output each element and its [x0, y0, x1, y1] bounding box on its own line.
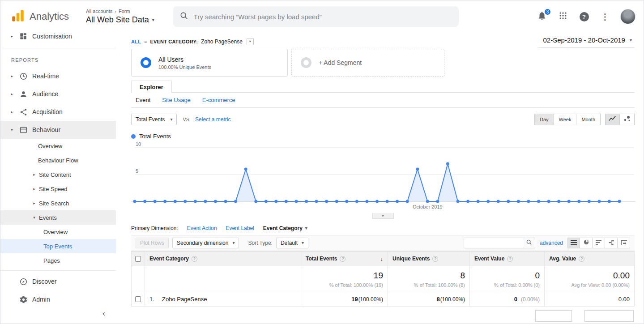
row-unique-events-cell: 8 (100.00%)	[388, 292, 469, 306]
cell-percent: (100.00%)	[440, 296, 465, 303]
add-segment-button[interactable]: + Add Segment	[291, 49, 444, 77]
plot-rows-button[interactable]: Plot Rows	[136, 238, 169, 248]
sidebar-item-acquisition[interactable]: Acquisition	[0, 103, 116, 121]
dimension-event-action[interactable]: Event Action	[187, 225, 217, 231]
sidebar-item-site-speed[interactable]: Site Speed	[0, 182, 116, 196]
line-chart-button[interactable]	[605, 114, 620, 125]
help-tooltip-icon[interactable]	[579, 256, 584, 262]
dimension-event-label[interactable]: Event Label	[226, 225, 254, 231]
metric-dropdown[interactable]: Total Events	[131, 114, 177, 125]
chart-controls: Day Week Month	[534, 114, 635, 125]
motion-chart-icon	[623, 115, 631, 124]
report-filter-row: ALL » EVENT CATEGORY: Zoho PageSense 02-…	[131, 35, 635, 47]
help-tooltip-icon[interactable]	[507, 256, 513, 262]
chevron-down-icon	[32, 215, 37, 220]
sidebar-item-label: Behaviour Flow	[38, 157, 78, 164]
event-filter-breadcrumb: ALL » EVENT CATEGORY: Zoho PageSense	[131, 38, 254, 45]
summary-value: 19	[374, 271, 383, 281]
notifications-button[interactable]: 3	[536, 11, 548, 22]
pivot-view-button[interactable]	[618, 238, 630, 248]
sidebar-item-site-search[interactable]: Site Search	[0, 196, 116, 210]
table-view-button[interactable]	[567, 238, 580, 248]
more-vert-icon	[601, 12, 610, 22]
subtab-event[interactable]: Event	[136, 97, 150, 103]
select-metric-link[interactable]: Select a metric	[195, 116, 230, 123]
search-input[interactable]	[194, 13, 455, 21]
help-tooltip-icon[interactable]	[340, 256, 345, 262]
segment-all-users[interactable]: All Users 100.00% Unique Events	[131, 49, 288, 77]
sidebar-item-customisation[interactable]: Customisation	[0, 33, 116, 45]
row-checkbox[interactable]	[135, 296, 141, 302]
explorer-subtabs: Event Site Usage E-commerce	[131, 93, 635, 108]
comparison-view-button[interactable]	[605, 238, 618, 248]
dimension-event-category[interactable]: Event Category	[263, 225, 307, 231]
account-picker[interactable]: All accounts › Form All Web Site Data	[86, 9, 154, 25]
sidebar-item-audience[interactable]: Audience	[0, 85, 116, 103]
granularity-day-button[interactable]: Day	[534, 114, 554, 125]
notification-badge: 3	[544, 8, 551, 16]
more-menu-button[interactable]	[599, 11, 611, 22]
row-category-link[interactable]: Zoho PageSense	[162, 296, 207, 303]
page-navigation[interactable]	[584, 310, 634, 322]
summary-unique-events: 8 % of Total: 100.00% (8)	[388, 266, 469, 292]
caret-down-icon	[630, 38, 632, 43]
sidebar-item-site-content[interactable]: Site Content	[0, 167, 116, 182]
global-search-bar[interactable]	[173, 6, 459, 27]
table-search-input[interactable]	[464, 238, 523, 248]
help-tooltip-icon[interactable]	[192, 256, 197, 262]
summary-spacer	[132, 266, 145, 292]
analytics-logo-icon	[10, 8, 26, 25]
sidebar-item-discover[interactable]: Discover	[0, 273, 116, 290]
admin-gear-icon	[19, 295, 28, 304]
sidebar-item-behaviour-overview[interactable]: Overview	[0, 139, 116, 153]
filter-dropdown-button[interactable]	[247, 38, 254, 45]
help-tooltip-icon[interactable]	[432, 256, 438, 262]
summary-note: % of Total: 100.00% (8)	[414, 282, 465, 288]
analytics-logo[interactable]: Analytics	[10, 8, 69, 25]
sort-type-value: Default	[281, 240, 298, 246]
user-avatar[interactable]	[620, 9, 635, 24]
annotations-drawer-handle[interactable]	[372, 213, 394, 219]
chart-type-toggle	[605, 114, 635, 125]
app-header: Analytics All accounts › Form All Web Si…	[0, 0, 644, 33]
sidebar-item-admin[interactable]: Admin	[0, 290, 116, 308]
sidebar-item-behaviour[interactable]: Behaviour	[0, 121, 116, 139]
motion-chart-button[interactable]	[620, 114, 635, 125]
sidebar-item-label: Behaviour	[32, 126, 60, 133]
apps-grid-button[interactable]	[557, 11, 569, 22]
chevron-right-icon	[32, 201, 37, 205]
sidebar-item-label: Site Content	[39, 171, 71, 178]
granularity-month-button[interactable]: Month	[576, 114, 601, 125]
rows-per-page-dropdown[interactable]	[535, 310, 572, 322]
sidebar-item-events-overview[interactable]: Overview	[0, 225, 116, 239]
subtab-site-usage[interactable]: Site Usage	[162, 97, 191, 103]
caret-down-icon	[170, 117, 172, 122]
sidebar-item-realtime[interactable]: Real-time	[0, 67, 116, 85]
help-button[interactable]	[578, 11, 590, 22]
percentage-view-button[interactable]	[580, 238, 593, 248]
sidebar-item-top-events[interactable]: Top Events	[0, 239, 116, 253]
sidebar-item-pages[interactable]: Pages	[0, 253, 116, 268]
secondary-dimension-dropdown[interactable]: Secondary dimension	[172, 238, 239, 248]
metric-controls: Total Events VS Select a metric Day Week…	[131, 113, 635, 126]
header-avg-value[interactable]: Avg. Value	[544, 252, 634, 266]
breadcrumb-page: Form	[119, 9, 130, 14]
header-total-events[interactable]: Total Events	[301, 252, 388, 266]
sidebar-item-events[interactable]: Events	[0, 210, 116, 225]
tab-explorer[interactable]: Explorer	[131, 81, 172, 93]
header-unique-events[interactable]: Unique Events	[388, 252, 469, 266]
sort-type-dropdown[interactable]: Default	[276, 238, 308, 248]
date-range-picker[interactable]: 02-Sep-2019 - 20-Oct-2019	[538, 35, 635, 48]
header-event-value[interactable]: Event Value	[469, 252, 544, 266]
performance-view-button[interactable]	[593, 238, 605, 248]
breadcrumb-separator: ›	[115, 9, 116, 14]
select-all-checkbox[interactable]	[135, 256, 141, 262]
advanced-filter-link[interactable]: advanced	[540, 240, 563, 246]
subtab-ecommerce[interactable]: E-commerce	[202, 97, 235, 103]
granularity-week-button[interactable]: Week	[554, 114, 577, 125]
header-event-category[interactable]: Event Category	[145, 252, 301, 266]
table-search-button[interactable]	[523, 238, 535, 248]
sidebar-item-behaviour-flow[interactable]: Behaviour Flow	[0, 153, 116, 167]
filter-all-link[interactable]: ALL	[131, 39, 141, 44]
collapse-sidebar-button[interactable]	[102, 309, 105, 318]
